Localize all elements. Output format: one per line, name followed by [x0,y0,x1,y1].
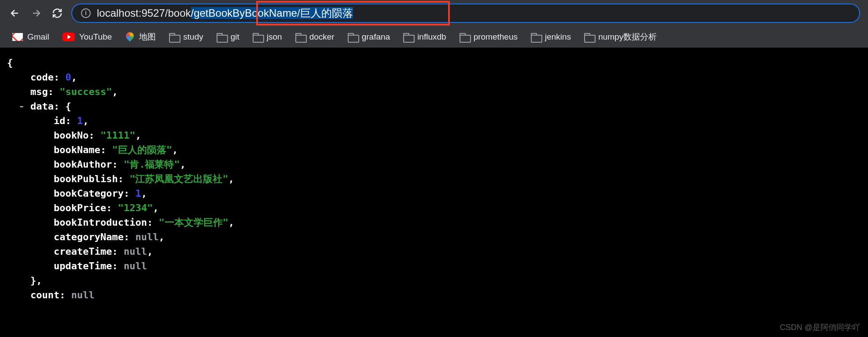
bookmark-influxdb[interactable]: influxdb [399,30,451,44]
bookmark-label: git [231,32,239,42]
maps-pin-icon [125,32,135,42]
folder-icon [348,33,357,41]
folder-icon [460,33,469,41]
reload-button[interactable] [50,6,64,20]
json-response-viewer: { code: 0, msg: "success", - data: { id:… [0,48,868,337]
bookmark-label: docker [309,32,335,42]
folder-icon [531,33,541,41]
bookmark-jenkins[interactable]: jenkins [526,30,575,44]
bookmark-json[interactable]: json [248,30,287,44]
bookmark-label: influxdb [417,32,446,42]
folder-icon [295,33,305,41]
gmail-icon [12,33,23,41]
folder-icon [403,33,413,41]
folder-icon [253,33,262,41]
bookmark-地图[interactable]: 地图 [121,29,160,44]
bookmark-grafana[interactable]: grafana [343,30,394,44]
bookmark-label: jenkins [545,32,571,42]
bookmark-study[interactable]: study [165,30,207,44]
browser-toolbar: i localhost:9527/book/getBookByBookName/… [0,0,868,26]
bookmark-label: json [267,32,282,42]
bookmark-label: numpy数据分析 [598,31,657,43]
bookmark-docker[interactable]: docker [291,30,339,44]
back-button[interactable] [8,6,22,20]
bookmark-label: prometheus [474,32,518,42]
bookmark-label: grafana [362,32,390,42]
bookmarks-bar: GmailYouTube地图studygitjsondockergrafanai… [0,26,868,48]
bookmark-numpy数据分析[interactable]: numpy数据分析 [580,29,661,44]
collapse-toggle[interactable]: - [19,101,25,112]
folder-icon [217,33,226,41]
folder-icon [584,33,594,41]
bookmark-YouTube[interactable]: YouTube [58,30,117,44]
bookmark-Gmail[interactable]: Gmail [8,30,54,44]
bookmark-prometheus[interactable]: prometheus [455,30,522,44]
bookmark-git[interactable]: git [212,30,244,44]
bookmark-label: YouTube [79,32,112,42]
forward-button[interactable] [29,6,43,20]
bookmark-label: 地图 [139,31,156,43]
address-bar[interactable]: i localhost:9527/book/getBookByBookName/… [71,4,860,23]
folder-icon [169,33,179,41]
site-info-icon[interactable]: i [81,8,91,18]
bookmark-label: Gmail [27,32,49,42]
youtube-icon [63,33,75,41]
url-text: localhost:9527/book/getBookByBookName/巨人… [97,6,353,20]
bookmark-label: study [183,32,203,42]
watermark-text: CSDN @是阿俏同学吖 [780,322,860,333]
